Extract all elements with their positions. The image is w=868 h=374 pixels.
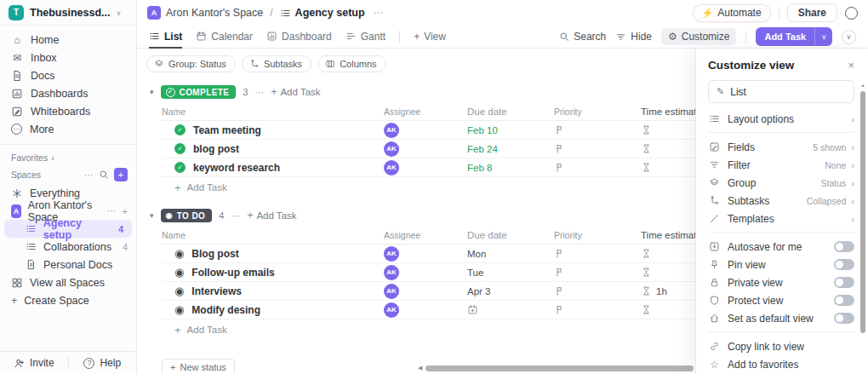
status-todo-icon[interactable]: ◉ <box>174 267 184 278</box>
due-date[interactable]: Feb 24 <box>467 144 554 154</box>
table-row[interactable]: ✓ Team meeting AK Feb 10 <box>162 121 720 140</box>
task-name[interactable]: blog post <box>193 143 239 155</box>
assignee-avatar[interactable]: AK <box>384 246 399 262</box>
status-todo-icon[interactable]: ◉ <box>174 248 184 259</box>
add-view-button[interactable]: + View <box>414 26 446 49</box>
time-estimate-icon[interactable] <box>641 162 652 173</box>
panel-item-add-favorites[interactable]: ☆ Add to favorites <box>708 355 854 373</box>
workspace-switcher[interactable]: T Thebusinessd... ∨ <box>0 0 136 26</box>
group-add-task-button[interactable]: + Add Task <box>247 210 296 222</box>
due-date[interactable]: Mon <box>467 249 554 259</box>
add-task-button[interactable]: Add Task ∨ <box>756 27 832 46</box>
sidebar-item-more[interactable]: ⋯ More <box>0 120 136 138</box>
status-done-icon[interactable]: ✓ <box>174 162 186 173</box>
panel-item-protect-view[interactable]: Protect view <box>708 291 854 309</box>
table-row[interactable]: ✓ keyword research AK Feb 8 <box>162 158 720 177</box>
priority-flag-icon[interactable] <box>554 285 565 296</box>
panel-item-filter[interactable]: Filter None› <box>708 156 854 174</box>
collapse-group-icon[interactable]: ▾ <box>150 88 154 96</box>
assignee-avatar[interactable]: AK <box>384 123 399 138</box>
sidebar-item-docs[interactable]: Docs <box>0 66 136 84</box>
due-date[interactable]: Feb 8 <box>467 163 554 173</box>
table-row[interactable]: ◉ Follow-up emails AK Tue <box>162 263 720 282</box>
search-button[interactable]: Search <box>559 31 606 43</box>
automate-button[interactable]: ⚡ Automate <box>693 4 771 22</box>
sidebar-item-inbox[interactable]: ✉ Inbox <box>0 49 136 66</box>
sidebar-item-collaborations[interactable]: Collaborations 4 <box>0 238 136 256</box>
panel-item-layout-options[interactable]: Layout options › <box>708 110 854 128</box>
tab-calendar[interactable]: Calendar <box>196 26 253 49</box>
customize-button[interactable]: ⚙ Customize <box>661 28 736 45</box>
group-more-icon[interactable]: ⋯ <box>254 87 264 98</box>
table-row[interactable]: ◉ Blog post AK Mon <box>162 245 720 263</box>
sidebar-item-dashboards[interactable]: Dashboards <box>0 84 136 102</box>
time-estimate-icon[interactable] <box>641 143 652 154</box>
group-by-pill[interactable]: Group: Status <box>146 55 236 72</box>
chevron-down-icon[interactable]: ∨ <box>814 27 832 46</box>
panel-item-templates[interactable]: Templates › <box>708 210 854 227</box>
spaces-search-icon[interactable] <box>99 170 109 180</box>
time-estimate-icon[interactable] <box>641 267 652 278</box>
vertical-scrollbar[interactable] <box>860 91 865 333</box>
panel-item-group[interactable]: Group Status› <box>708 174 854 192</box>
due-date[interactable]: Tue <box>467 268 554 278</box>
table-row[interactable]: ✓ blog post AK Feb 24 <box>162 140 720 158</box>
status-badge[interactable]: ✓ COMPLETE <box>161 85 237 99</box>
panel-item-pin-view[interactable]: Pin view <box>708 256 854 273</box>
time-estimate-icon[interactable] <box>641 285 652 296</box>
hide-button[interactable]: Hide <box>615 31 652 43</box>
group-more-icon[interactable]: ⋯ <box>231 210 240 222</box>
priority-flag-icon[interactable] <box>554 124 565 135</box>
tab-dashboard[interactable]: Dashboard <box>266 26 332 49</box>
time-estimate-icon[interactable] <box>641 304 652 315</box>
status-todo-icon[interactable]: ◉ <box>174 304 184 315</box>
tab-gantt[interactable]: Gantt <box>345 26 385 49</box>
set-due-date-icon[interactable] <box>467 304 478 315</box>
time-estimate-icon[interactable] <box>641 124 652 135</box>
tab-list[interactable]: List <box>149 26 182 49</box>
breadcrumb-current[interactable]: Agency setup <box>280 7 365 19</box>
breadcrumb-space-name[interactable]: Aron Kantor's Space <box>166 7 263 19</box>
time-estimate-icon[interactable] <box>641 248 652 259</box>
favorites-section[interactable]: Favorites › <box>0 150 136 165</box>
help-button[interactable]: ? Help <box>69 357 137 369</box>
add-space-button[interactable]: + <box>114 168 128 181</box>
status-done-icon[interactable]: ✓ <box>174 124 186 135</box>
collapse-toolbar-button[interactable]: ∨ <box>842 30 856 44</box>
panel-item-copy-link[interactable]: Copy link to view <box>708 337 854 355</box>
assignee-avatar[interactable]: AK <box>384 160 399 175</box>
sidebar-item-agency-setup[interactable]: Agency setup 4 <box>4 220 132 238</box>
task-name[interactable]: Interviews <box>191 285 242 297</box>
status-done-icon[interactable]: ✓ <box>174 143 186 154</box>
task-name[interactable]: Follow-up emails <box>191 267 274 279</box>
default-view-toggle[interactable] <box>834 313 854 324</box>
new-status-button[interactable]: + New status <box>162 359 235 374</box>
priority-flag-icon[interactable] <box>554 248 565 259</box>
panel-item-fields[interactable]: Fields 5 shown› <box>708 138 854 156</box>
sidebar-item-personal-docs[interactable]: Personal Docs <box>0 256 136 273</box>
subtasks-pill[interactable]: Subtasks <box>242 55 311 72</box>
columns-pill[interactable]: Columns <box>317 55 385 72</box>
panel-item-private-view[interactable]: Private view <box>708 273 854 291</box>
sidebar-item-create-space[interactable]: + Create Space <box>0 291 136 309</box>
private-view-toggle[interactable] <box>834 277 854 288</box>
scrollbar-up-arrow[interactable]: ▲ <box>860 83 865 88</box>
task-name[interactable]: keyword research <box>193 162 280 174</box>
sidebar-item-view-all-spaces[interactable]: View all Spaces <box>0 273 136 291</box>
spaces-more-icon[interactable]: ⋯ <box>84 170 94 181</box>
priority-flag-icon[interactable] <box>554 143 565 154</box>
space-more-icon[interactable]: ⋯ <box>107 205 117 216</box>
status-todo-icon[interactable]: ◉ <box>174 285 184 296</box>
panel-item-autosave[interactable]: Autosave for me <box>708 238 854 256</box>
due-date[interactable]: Apr 3 <box>467 286 554 296</box>
priority-flag-icon[interactable] <box>554 304 565 315</box>
horizontal-scrollbar[interactable] <box>425 365 694 371</box>
priority-flag-icon[interactable] <box>554 267 565 278</box>
pin-view-toggle[interactable] <box>834 259 854 270</box>
status-badge[interactable]: ◉ TO DO <box>161 209 213 222</box>
breadcrumb-more-icon[interactable]: ⋯ <box>374 7 384 19</box>
autosave-toggle[interactable] <box>834 241 854 252</box>
invite-button[interactable]: Invite <box>0 357 68 369</box>
table-row[interactable]: ◉ Interviews AK Apr 3 1h <box>162 282 720 301</box>
due-date[interactable]: Feb 10 <box>467 125 554 135</box>
